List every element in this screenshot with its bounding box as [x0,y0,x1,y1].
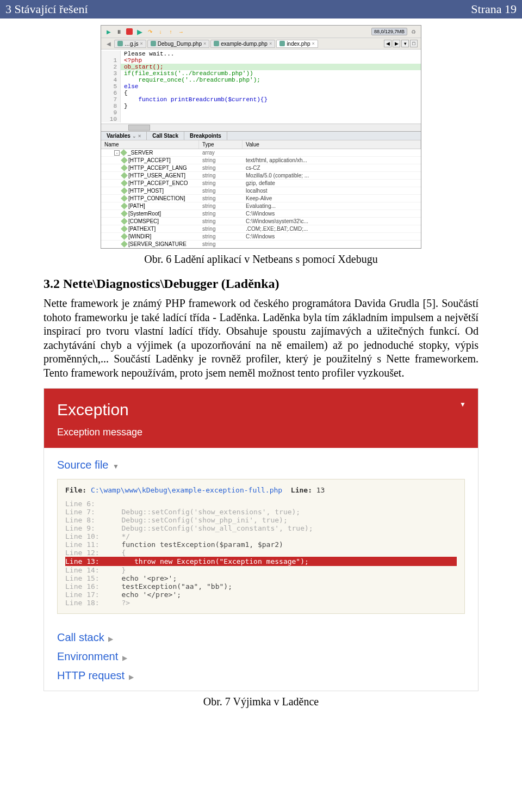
variable-row[interactable]: [HTTP_ACCEPT_LANGstringcs-CZ [101,164,421,172]
source-line: Line 14: } [65,566,457,574]
tabs-nav-left-icon[interactable]: ◀ [384,40,391,47]
exception-message: Exception message [57,427,465,438]
exception-title: Exception [57,401,465,419]
variable-icon [121,180,128,187]
code-line: 4 require_once('../breadcrumb.php'); [101,77,421,83]
variable-icon [121,172,128,179]
tabs-dropdown-icon[interactable]: ▾ [401,40,409,47]
page-header-bar: 3 Stávající řešení Strana 19 [0,0,522,19]
step-out-icon[interactable]: ↑ [166,27,175,36]
code-line: 9 [101,109,421,116]
variables-panel: Name Type Value -_SERVERarray[HTTP_ACCEP… [101,140,421,248]
variable-icon [121,164,128,171]
var-name: _SERVER [128,150,153,156]
vars-col-value: Value [243,140,421,149]
variable-row[interactable]: [PATHEXT]string.COM;.EXE;.BAT;.CMD;... [101,225,421,233]
variable-row[interactable]: [WINDIR]stringC:\Windows [101,233,421,241]
file-icon [117,41,123,46]
run-to-cursor-icon[interactable]: → [177,27,185,36]
line-number: 13 [316,486,325,494]
file-icon [151,41,156,46]
panel-tab-callstack[interactable]: Call Stack [147,132,184,140]
source-file-box: File: C:\wamp\www\kDebug\example-excepti… [57,479,465,614]
tab-label: Debug_Dump.php [158,41,202,47]
var-name: [PATHEXT] [128,226,156,232]
close-icon[interactable]: × [312,41,315,46]
file-icon [279,41,285,46]
source-line: Line 15: echo '<pre>'; [65,574,457,582]
variable-icon [121,187,128,194]
var-name: [SERVER_SIGNATURE [128,241,187,247]
exception-header: Exception Exception message [44,389,478,448]
header-right: Strana 19 [471,2,517,16]
debug-stop-icon[interactable] [125,27,134,36]
nb-bottom-panels: Variables ⌄× Call Stack Breakpoints [101,131,421,140]
section-link[interactable]: Environment ▶ [57,650,465,663]
debug-continue-icon[interactable]: ▶ [135,27,144,36]
source-line: Line 8: Debug::setConfig('show_php_ini',… [65,516,457,524]
variable-icon [121,241,128,248]
variable-row[interactable]: [SERVER_SIGNATUREstring [101,241,421,248]
nb-code-editor[interactable]: Please wait...1<?php2ob_start();3if(file… [101,50,421,124]
nb-toolbar: ▶ ⏸ ▶ ↷ ↓ ↑ → 88,0/129,7MB ♻ [101,26,421,38]
debug-finish-icon[interactable]: ▶ [104,27,113,36]
header-left: 3 Stávající řešení [5,2,88,16]
step-into-icon[interactable]: ↓ [156,27,165,36]
variable-row[interactable]: [PATH]stringEvaluating... [101,202,421,210]
panel-tab-breakpoints[interactable]: Breakpoints [184,132,227,140]
figure-7-caption: Obr. 7 Výjimka v Laděnce [44,696,478,708]
section-title: Nette\Diagnostics\Debugger (Laděnka) [63,276,279,291]
source-line: Line 16: testException("aa", "bb"); [65,582,457,590]
variable-icon [121,195,128,202]
variable-row[interactable]: [HTTP_USER_AGENT]stringMozilla/5.0 (comp… [101,172,421,180]
variable-row[interactable]: [COMSPEC]stringC:\Windows\system32\c... [101,218,421,225]
var-name: [HTTP_CONNECTION] [128,195,185,201]
variable-icon [121,157,128,164]
section-link[interactable]: Call stack ▶ [57,631,465,644]
close-icon[interactable]: × [269,41,272,46]
variable-row[interactable]: [HTTP_ACCEPT]stringtext/html, applicatio… [101,157,421,164]
variable-icon [121,225,128,232]
variable-row[interactable]: -_SERVERarray [101,149,421,157]
tabs-scroll-left-icon[interactable]: ◀ [104,39,113,48]
source-line: Line 7: Debug::setConfig('show_extension… [65,508,457,516]
close-icon[interactable]: × [203,41,206,46]
code-line: 6{ [101,90,421,96]
step-over-icon[interactable]: ↷ [146,27,154,36]
code-line: 10 [101,116,421,122]
collapse-arrow-icon[interactable]: ▼ [459,401,466,408]
panel-tab-variables[interactable]: Variables ⌄× [101,132,147,140]
chevron-right-icon: ▶ [122,654,127,662]
tabs-nav-right-icon[interactable]: ▶ [393,40,400,47]
variable-row[interactable]: [SystemRoot]stringC:\Windows [101,210,421,218]
editor-tab[interactable]: example-dump.php× [210,40,275,48]
tabs-maximize-icon[interactable]: □ [410,40,418,47]
variable-icon [121,210,128,217]
panel-close-icon[interactable]: × [138,133,141,139]
source-line: Line 17: echo '</pre>'; [65,590,457,599]
variable-row[interactable]: [HTTP_ACCEPT_ENCOstringgzip, deflate [101,180,421,187]
source-line: Line 13: throw new Exception("Exception … [65,557,457,566]
panel-pin-icon[interactable]: ⌄ [132,133,136,139]
tab-label: example-dump.php [221,41,268,47]
code-line: Please wait... [101,51,421,57]
file-path: C:\wamp\www\kDebug\example-exception-ful… [91,486,282,494]
editor-tab[interactable]: index.php× [276,40,318,48]
tree-collapse-icon[interactable]: - [114,150,120,156]
close-icon[interactable]: × [140,41,143,46]
source-file-section[interactable]: Source file ▼ [57,459,465,471]
code-line: 5else [101,83,421,90]
gc-icon[interactable]: ♻ [409,27,418,36]
var-name: [SystemRoot] [128,211,161,217]
code-line: 3if(file_exists('../breadcrumb.php')) [101,70,421,77]
tab-label: index.php [287,41,310,47]
horizontal-scrollbar[interactable] [101,124,421,131]
editor-tab[interactable]: …g.js× [114,40,146,48]
debug-pause-icon[interactable]: ⏸ [115,27,123,36]
editor-tab[interactable]: Debug_Dump.php× [147,40,209,48]
variable-row[interactable]: [HTTP_HOST]stringlocalhost [101,187,421,195]
section-link[interactable]: HTTP request ▶ [57,669,465,682]
figure-6-caption: Obr. 6 Ladění aplikací v Netbeans s pomo… [44,253,478,266]
source-line: Line 11: function testException($param1,… [65,540,457,549]
variable-row[interactable]: [HTTP_CONNECTION]stringKeep-Alive [101,195,421,202]
